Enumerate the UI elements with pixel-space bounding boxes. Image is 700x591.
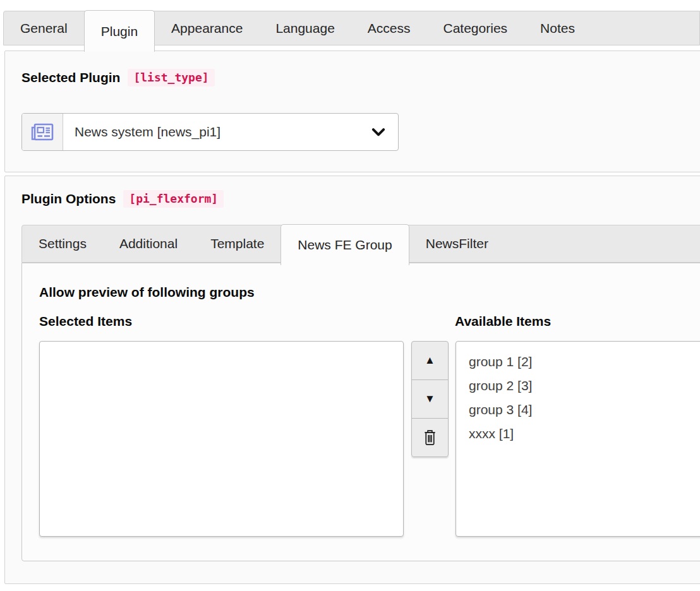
- selected-plugin-panel: Selected Plugin [list_type]: [4, 51, 700, 172]
- selected-items-listbox[interactable]: [39, 341, 404, 537]
- trash-icon: [423, 429, 437, 446]
- move-up-button[interactable]: ▲: [411, 341, 449, 380]
- selected-plugin-title: Selected Plugin: [21, 70, 120, 85]
- list-item[interactable]: group 1 [2]: [456, 350, 700, 374]
- tab-notes[interactable]: Notes: [524, 11, 591, 45]
- tab-news-fe-group[interactable]: News FE Group: [281, 224, 409, 265]
- tab-categories[interactable]: Categories: [427, 11, 524, 45]
- plugin-options-title: Plugin Options: [21, 191, 116, 206]
- arrow-down-icon: ▼: [425, 393, 435, 405]
- plugin-options-panel: Plugin Options [pi_flexform] Settings Ad…: [4, 176, 700, 584]
- tab-general[interactable]: General: [4, 11, 84, 45]
- record-edit-form: General Plugin Appearance Language Acces…: [0, 0, 700, 591]
- tab-access[interactable]: Access: [351, 11, 427, 45]
- tab-appearance[interactable]: Appearance: [155, 11, 259, 45]
- flexform-tab-bar: Settings Additional Template News FE Gro…: [21, 225, 700, 263]
- list-item[interactable]: xxxx [1]: [456, 422, 700, 446]
- available-items-list: group 1 [2] group 2 [3] group 3 [4] xxxx…: [456, 342, 700, 446]
- tab-template[interactable]: Template: [194, 225, 281, 262]
- list-item[interactable]: group 3 [4]: [456, 398, 700, 422]
- record-tab-bar: General Plugin Appearance Language Acces…: [3, 11, 700, 45]
- allow-preview-label: Allow preview of following groups: [39, 285, 255, 300]
- field-code-badge: [pi_flexform]: [123, 190, 224, 208]
- tab-additional[interactable]: Additional: [103, 225, 194, 262]
- move-down-button[interactable]: ▼: [411, 379, 449, 419]
- selected-items-label: Selected Items: [39, 314, 132, 329]
- tab-newsfilter[interactable]: NewsFilter: [409, 225, 505, 262]
- list-control-buttons: ▲ ▼: [411, 341, 449, 457]
- tab-language[interactable]: Language: [259, 11, 351, 45]
- available-items-listbox[interactable]: group 1 [2] group 2 [3] group 3 [4] xxxx…: [456, 341, 700, 537]
- tab-settings[interactable]: Settings: [22, 225, 103, 262]
- chevron-down-icon: [371, 114, 398, 150]
- arrow-up-icon: ▲: [425, 354, 435, 367]
- news-fe-group-tab-content: Allow preview of following groups Select…: [21, 263, 700, 561]
- plugin-select[interactable]: News system [news_pi1]: [21, 113, 399, 151]
- plugin-select-addon: [22, 114, 63, 150]
- newspaper-icon: [31, 123, 54, 141]
- field-code-badge: [list_type]: [128, 69, 214, 87]
- list-item[interactable]: group 2 [3]: [456, 374, 700, 398]
- tab-plugin[interactable]: Plugin: [84, 10, 155, 52]
- plugin-options-header: Plugin Options [pi_flexform]: [21, 190, 224, 208]
- selected-plugin-header: Selected Plugin [list_type]: [21, 69, 215, 87]
- plugin-select-value: News system [news_pi1]: [63, 114, 371, 150]
- available-items-label: Available Items: [455, 314, 551, 329]
- selected-items-list: [40, 342, 403, 350]
- remove-item-button[interactable]: [411, 418, 449, 457]
